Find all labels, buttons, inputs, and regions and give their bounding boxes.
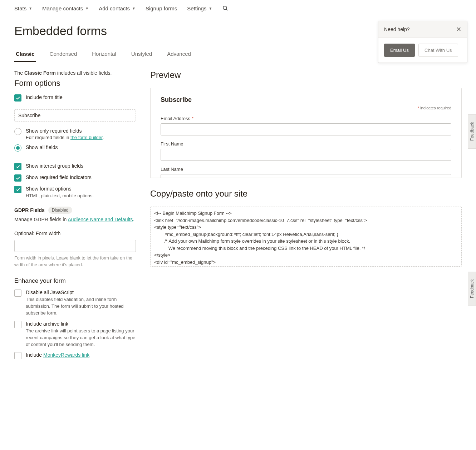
preview-required-note: * indicates required xyxy=(161,106,451,110)
gdpr-hint: Manage GDPR fields in Audience Name and … xyxy=(14,216,136,223)
chevron-down-icon: ▼ xyxy=(85,6,89,10)
nav-manage-label: Manage contacts xyxy=(42,5,83,11)
tab-condensed[interactable]: Condensed xyxy=(48,48,79,62)
form-width-input[interactable] xyxy=(14,240,136,252)
top-nav: Stats ▼ Manage contacts ▼ Add contacts ▼… xyxy=(14,0,462,16)
check-icon xyxy=(16,96,20,100)
show-required-only-radio[interactable] xyxy=(14,128,21,135)
required-hint: Edit required fields in the form builder… xyxy=(26,135,136,140)
check-icon xyxy=(16,176,20,181)
preview-heading: Preview xyxy=(150,70,462,80)
format-options-hint: HTML, plain-text, mobile options. xyxy=(26,193,136,199)
form-builder-link[interactable]: the form builder xyxy=(70,135,103,140)
preview-form-title: Subscribe xyxy=(161,96,451,104)
svg-point-0 xyxy=(223,6,227,10)
show-all-fields-radio[interactable] xyxy=(14,144,21,152)
preview-firstname-label: First Name xyxy=(161,141,451,147)
chevron-down-icon: ▼ xyxy=(132,6,136,10)
show-all-label: Show all fields xyxy=(26,144,136,150)
nav-add-label: Add contacts xyxy=(99,5,130,11)
format-options-label: Show format options xyxy=(26,186,136,192)
options-panel: The Classic Form includes all visible fi… xyxy=(14,70,136,364)
intro-text: The Classic Form includes all visible fi… xyxy=(14,70,136,76)
preview-email-label: Email Address * xyxy=(161,116,451,121)
check-icon xyxy=(16,187,20,192)
email-us-button[interactable]: Email Us xyxy=(384,44,415,57)
preview-frame[interactable]: Subscribe * indicates required Email Add… xyxy=(150,88,462,178)
nav-signup-label: Signup forms xyxy=(146,5,177,11)
close-icon[interactable]: ✕ xyxy=(456,26,461,33)
include-title-label: Include form title xyxy=(26,94,136,100)
include-title-checkbox[interactable] xyxy=(14,94,21,102)
archive-link-label: Include archive link xyxy=(26,321,136,327)
format-options-checkbox[interactable] xyxy=(14,186,21,193)
search-icon xyxy=(222,5,229,11)
copy-paste-heading: Copy/paste onto your site xyxy=(150,189,462,199)
required-indicators-checkbox[interactable] xyxy=(14,174,21,182)
show-required-only-label: Show only required fields xyxy=(26,128,136,134)
form-title-input[interactable] xyxy=(14,109,136,122)
nav-manage-contacts[interactable]: Manage contacts ▼ xyxy=(42,5,89,11)
gdpr-fields-label: GDPR Fields xyxy=(14,207,45,213)
embed-code-textarea[interactable]: <!-- Begin Mailchimp Signup Form --> <li… xyxy=(150,207,462,267)
monkeyrewards-checkbox[interactable] xyxy=(14,352,21,359)
chevron-down-icon: ▼ xyxy=(208,6,212,10)
disable-js-hint: This disables field validation, and inli… xyxy=(26,296,136,317)
tab-horizontal[interactable]: Horizontal xyxy=(90,48,118,62)
tab-unstyled[interactable]: Unstyled xyxy=(130,48,153,62)
interest-groups-label: Show interest group fields xyxy=(26,163,136,169)
audience-defaults-link[interactable]: Audience Name and Defaults xyxy=(68,217,133,222)
preview-lastname-label: Last Name xyxy=(161,167,451,172)
form-width-label: Optional: Form width xyxy=(14,231,136,236)
nav-settings-label: Settings xyxy=(187,5,206,11)
form-width-hint: Form width in pixels. Leave blank to let… xyxy=(14,255,136,268)
nav-stats-label: Stats xyxy=(14,5,26,11)
monkeyrewards-label: Include MonkeyRewards link xyxy=(26,352,136,358)
nav-stats[interactable]: Stats ▼ xyxy=(14,5,32,11)
nav-signup-forms[interactable]: Signup forms xyxy=(146,5,177,11)
help-title: Need help? xyxy=(384,26,410,32)
nav-add-contacts[interactable]: Add contacts ▼ xyxy=(99,5,136,11)
preview-email-input[interactable] xyxy=(161,123,451,135)
gdpr-disabled-badge: Disabled xyxy=(48,207,72,214)
tab-advanced[interactable]: Advanced xyxy=(166,48,192,62)
form-options-heading: Form options xyxy=(14,79,136,88)
svg-line-1 xyxy=(226,9,228,10)
feedback-tab[interactable]: Feedback xyxy=(468,272,476,306)
radio-dot-icon xyxy=(16,146,20,150)
disable-js-checkbox[interactable] xyxy=(14,290,21,297)
archive-link-hint: The archive link will point users to a p… xyxy=(26,328,136,348)
feedback-tab[interactable]: Feedback xyxy=(468,114,476,149)
monkeyrewards-link[interactable]: MonkeyRewards link xyxy=(43,352,89,358)
preview-panel: Preview Subscribe * indicates required E… xyxy=(150,70,462,364)
archive-link-checkbox[interactable] xyxy=(14,321,21,328)
nav-search[interactable] xyxy=(222,5,229,11)
check-icon xyxy=(16,164,20,169)
help-popover: Need help? ✕ Email Us Chat With Us xyxy=(378,21,467,63)
chat-with-us-button[interactable]: Chat With Us xyxy=(418,44,458,57)
preview-firstname-input[interactable] xyxy=(161,149,451,161)
chevron-down-icon: ▼ xyxy=(29,6,32,10)
required-indicators-label: Show required field indicators xyxy=(26,174,136,180)
interest-groups-checkbox[interactable] xyxy=(14,163,21,170)
nav-settings[interactable]: Settings ▼ xyxy=(187,5,212,11)
preview-lastname-input[interactable] xyxy=(161,174,451,178)
tab-classic[interactable]: Classic xyxy=(14,48,36,62)
disable-js-label: Disable all JavaScript xyxy=(26,290,136,295)
enhance-form-heading: Enhance your form xyxy=(14,277,136,285)
